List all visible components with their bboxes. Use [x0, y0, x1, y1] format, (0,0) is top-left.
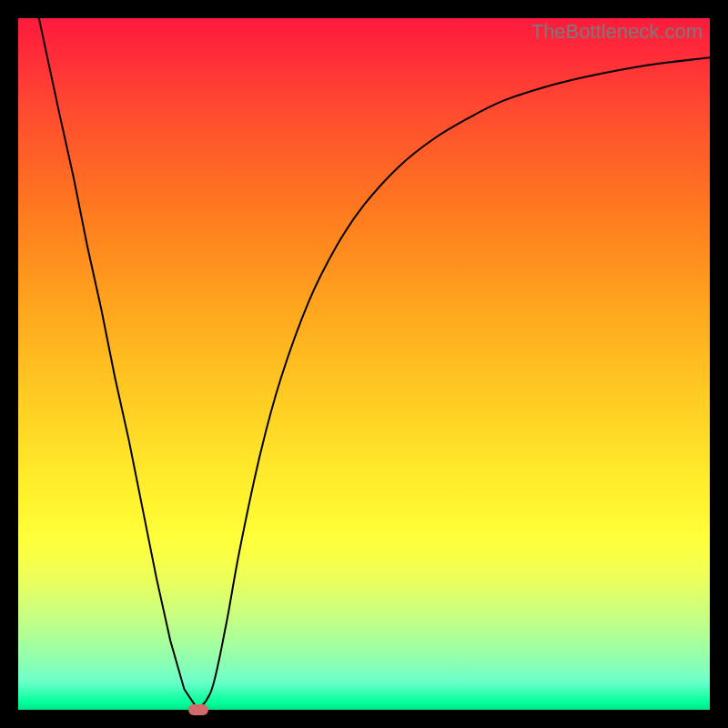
bottleneck-curve	[39, 18, 710, 710]
optimal-marker	[188, 704, 208, 715]
plot-area: TheBottleneck.com	[18, 18, 710, 710]
chart-container: TheBottleneck.com	[0, 0, 728, 728]
curve-layer	[18, 18, 710, 710]
